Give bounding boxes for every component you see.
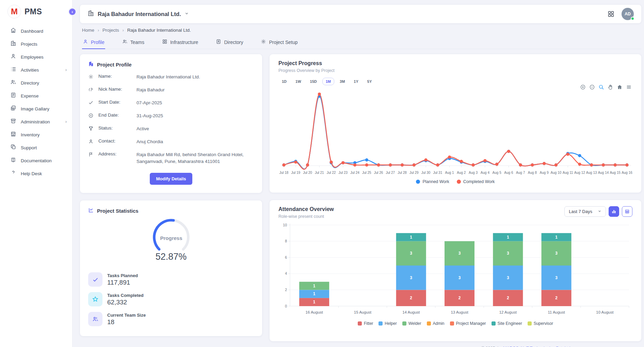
svg-text:Aug 16: Aug 16 [622,171,632,175]
trophy-icon [88,125,98,133]
zoom-out-icon[interactable] [589,84,595,90]
tab-teams[interactable]: Teams [122,36,145,49]
legend-site-engineer[interactable]: Site Engineer [492,321,522,326]
profile-field-name: Name: Raja Bahadur International Ltd. [88,74,254,81]
table-view-button[interactable] [622,206,632,217]
menu-icon[interactable] [626,84,632,90]
svg-text:Jul 19: Jul 19 [291,171,300,175]
selection-zoom-icon[interactable] [598,84,604,90]
svg-text:1: 1 [313,300,316,304]
profile-field-status: Status: Active [88,125,254,133]
people-icon [10,79,16,87]
sidebar-item-dashboard[interactable]: Dashboard [0,25,72,37]
legend-supervisor[interactable]: Supervisor [528,321,553,326]
svg-text:Aug 9: Aug 9 [540,171,549,175]
breadcrumb: Home › Projects › Raja Bahadur Internati… [82,28,641,33]
reset-home-icon[interactable] [617,84,623,90]
svg-text:3: 3 [458,251,461,256]
profile-field-start-date: Start Date: 07-Apr-2025 [88,100,254,107]
legend-completed-work[interactable]: Completed Work [457,179,495,184]
legend-welder[interactable]: Welder [402,321,421,326]
sidebar-item-employees[interactable]: Employees [0,50,72,63]
svg-text:10 August: 10 August [596,310,614,314]
tab-directory[interactable]: Directory [215,36,244,49]
range-1d[interactable]: 1D [278,78,290,85]
sidebar: M PMS Dashboard Projects Employees Activ… [0,0,73,347]
building-icon [88,61,94,68]
progress-line-chart[interactable]: Jul 18Jul 19Jul 20Jul 21Jul 22Jul 23Jul … [278,89,632,178]
bar-chart-view-button[interactable] [609,206,619,217]
svg-text:Aug 5: Aug 5 [493,171,502,175]
legend-project-manager[interactable]: Project Manager [450,321,486,326]
range-1y[interactable]: 1Y [350,78,361,85]
tab-profile[interactable]: Profile [82,36,105,49]
svg-text:10: 10 [283,223,287,227]
svg-text:14 August: 14 August [402,310,420,314]
svg-text:Jul 23: Jul 23 [338,171,348,175]
range-1m[interactable]: 1M [322,78,334,85]
top-header: Raja Bahadur International Ltd. AD [80,5,641,23]
attendance-bar-chart[interactable]: 024681011116 August15 August233114 Augus… [278,222,632,320]
sidebar-item-activities[interactable]: Activities › [0,63,72,76]
svg-text:Aug 13: Aug 13 [586,171,597,175]
sidebar-item-inventory[interactable]: Inventory [0,128,72,141]
svg-text:2: 2 [507,296,509,300]
tab-project-setup[interactable]: Project Setup [260,36,298,49]
sidebar-item-directory[interactable]: Directory [0,76,72,89]
chevron-right-icon: › [123,28,124,33]
company-selector[interactable]: Raja Bahadur International Ltd. [87,10,189,18]
chevron-down-icon [184,11,189,17]
main-content: ‹ Raja Bahadur International Ltd. AD Hom… [73,0,644,347]
sidebar-item-projects[interactable]: Projects [0,37,72,50]
logo-mark-icon: M [7,5,21,18]
sidebar-item-expense[interactable]: Expense [0,89,72,102]
card-title: Project Profile [97,62,132,67]
breadcrumb-projects[interactable]: Projects [102,28,119,33]
sidebar-collapse-button[interactable]: ‹ [68,7,77,16]
pan-hand-icon[interactable] [608,84,613,90]
range-15d[interactable]: 15D [307,78,320,85]
app-logo[interactable]: M PMS [0,0,72,22]
user-avatar[interactable]: AD [622,8,634,20]
svg-text:3: 3 [410,251,412,256]
tab-bar: Profile Teams Infrastructure Directory P… [82,36,641,49]
range-1w[interactable]: 1W [292,78,305,85]
question-icon [10,170,16,177]
legend-planned-work[interactable]: Planned Work [416,179,449,184]
svg-text:Aug 12: Aug 12 [574,171,585,175]
svg-text:1: 1 [555,235,558,240]
sidebar-item-image-gallery[interactable]: Image Gallary [0,102,72,115]
legend-swatch [457,180,461,184]
legend-fitter[interactable]: Fitter [358,321,373,326]
profile-field-contact: Contact: Anuj Chordia [88,138,254,146]
svg-text:13 August: 13 August [451,310,468,314]
svg-text:Aug 6: Aug 6 [504,171,513,175]
zoom-in-icon[interactable] [580,84,586,90]
sidebar-item-help-desk[interactable]: Help Desk [0,167,72,180]
breadcrumb-home[interactable]: Home [82,28,94,33]
modify-details-button[interactable]: Modify Details [150,173,192,185]
archive-icon [10,118,16,125]
svg-text:Jul 25: Jul 25 [362,171,371,175]
legend-swatch [416,180,420,184]
svg-text:Aug 7: Aug 7 [516,171,525,175]
profile-field-nickname: Nick Name: Raja Bahadur [88,87,254,94]
sidebar-item-administration[interactable]: Administration › [0,115,72,128]
sidebar-item-documentation[interactable]: Documentation [0,154,72,167]
contact-book-icon [216,39,221,45]
team-icon [88,312,102,326]
svg-text:Jul 30: Jul 30 [421,171,431,175]
range-5y[interactable]: 5Y [364,78,375,85]
range-3m[interactable]: 3M [336,78,348,85]
legend-admin[interactable]: Admin [427,321,445,326]
tab-infrastructure[interactable]: Infrastructure [161,36,199,49]
footer: © 2025, by MARCO AIoT Technologies Pvt. … [80,341,641,347]
apps-grid-icon[interactable] [607,10,615,18]
sidebar-item-support[interactable]: Support [0,141,72,154]
chart-subtitle: Role-wise present count [278,214,334,219]
svg-text:Jul 26: Jul 26 [374,171,383,175]
svg-text:1: 1 [507,235,509,240]
legend-helper[interactable]: Helper [379,321,397,326]
date-range-select[interactable]: Last 7 Days [564,206,606,217]
gear-icon [88,74,98,81]
